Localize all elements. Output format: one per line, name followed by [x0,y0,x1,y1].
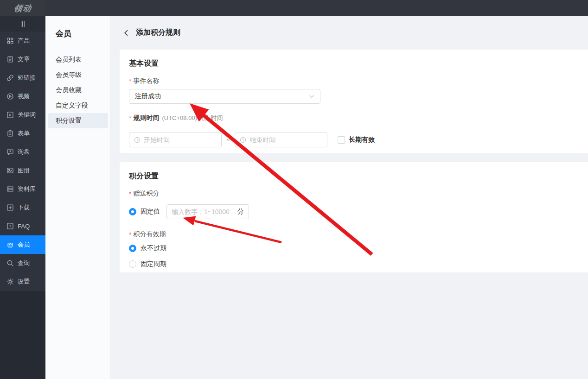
submenu-item-custom-fields[interactable]: 自定义字段 [48,98,108,113]
fixed-value-row: 固定值 分 [129,204,579,219]
submenu-item-member-favorites[interactable]: 会员收藏 [48,82,108,98]
sidebar-item-search[interactable]: 查询 [0,254,45,272]
keyword-icon: K [6,111,14,119]
sidebar-item-faq[interactable]: ?FAQ [0,217,45,235]
never-expire-label: 永不过期 [141,244,166,253]
picture-icon [6,167,14,174]
fixed-period-row: 固定周期 [129,260,579,268]
chevron-down-icon [309,94,314,99]
start-time-input[interactable] [129,133,222,147]
submenu-item-member-list[interactable]: 会员列表 [48,52,108,67]
event-name-label: * 事件名称 [129,77,579,85]
article-icon [6,56,14,63]
submenu-title: 会员 [45,16,110,44]
download-icon [6,204,14,211]
library-icon [6,185,14,193]
sidebar-item-forms[interactable]: 表单 [0,124,45,143]
end-time-field[interactable] [249,136,322,144]
sidebar-item-videos[interactable]: 视频 [0,87,45,106]
points-settings-card: 积分设置 * 赠送积分 固定值 分 * 积分有效期 永不过期 固定周期 [120,162,588,272]
sidebar-item-label: 会员 [18,240,30,249]
sidebar-item-settings[interactable]: 设置 [0,272,45,291]
page-header: 添加积分规则 [122,28,180,38]
clock-icon [134,137,141,143]
event-name-select[interactable]: 注册成功 [129,89,320,104]
sidebar-item-label: 关键词 [18,111,36,119]
submenu-item-points-settings[interactable]: 积分设置 [48,113,108,128]
sidebar-item-label: 图册 [18,166,30,175]
question-icon: ? [6,222,14,230]
gear-icon [6,278,14,285]
give-points-label: * 赠送积分 [129,190,579,198]
points-unit: 分 [235,208,244,216]
required-asterisk: * [129,190,131,197]
sidebar-item-label: FAQ [18,223,30,230]
top-bar: 领动 [0,0,588,16]
main-content: 添加积分规则 基本设置 * 事件名称 注册成功 * 规则时间 (UTC+08:0… [111,16,588,379]
long-term-checkbox[interactable] [338,136,345,144]
rule-time-label: * 规则时间 (UTC+08:00) 北京时间 [129,114,579,122]
inquiry-icon: ¥ [6,148,14,156]
sidebar-item-label: 视频 [18,92,30,101]
app-logo: 领动 [0,0,45,16]
sidebar-item-label: 表单 [18,129,30,138]
clipboard-icon [6,130,14,137]
event-name-value: 注册成功 [135,92,161,101]
svg-text:?: ? [9,224,12,228]
logo-text: 领动 [13,3,32,14]
fixed-period-radio[interactable] [129,260,136,268]
points-amount-field[interactable] [172,208,235,215]
sidebar-item-library[interactable]: 资料库 [0,180,45,198]
sidebar-item-shortlinks[interactable]: 短链接 [0,69,45,87]
sidebar-item-albums[interactable]: 图册 [0,161,45,180]
end-time-input[interactable] [235,133,327,147]
points-amount-input[interactable]: 分 [166,204,249,219]
sidebar-item-articles[interactable]: 文章 [0,50,45,69]
sidebar-item-downloads[interactable]: 下载 [0,198,45,217]
rule-time-row: ~ 长期有效 [129,133,579,147]
never-expire-radio[interactable] [129,245,136,252]
fixed-value-label: 固定值 [141,208,160,216]
sidebar-item-label: 询盘 [18,148,30,156]
sidebar-item-label: 查询 [18,259,30,267]
page-title: 添加积分规则 [136,28,180,38]
required-asterisk: * [129,77,131,85]
sidebar-item-inquiries[interactable]: ¥询盘 [0,143,45,161]
required-asterisk: * [129,231,131,238]
back-button[interactable] [122,29,130,37]
sidebar-item-label: 文章 [18,55,30,63]
long-term-checkbox-group[interactable]: 长期有效 [338,136,375,144]
basic-card-title: 基本设置 [129,59,579,69]
link-icon [6,74,14,82]
fixed-value-radio[interactable] [129,208,136,215]
submenu-list: 会员列表会员等级会员收藏自定义字段积分设置 [45,44,110,128]
long-term-label: 长期有效 [349,136,375,144]
svg-text:¥: ¥ [9,150,11,153]
points-card-title: 积分设置 [129,171,579,181]
svg-text:K: K [9,113,12,117]
main-sidebar: 产品文章短链接视频K关键词表单¥询盘图册资料库下载?FAQ会员查询设置 [0,16,45,379]
start-time-field[interactable] [144,136,217,144]
sidebar-item-label: 设置 [18,278,30,286]
validity-label: * 积分有效期 [129,230,579,239]
fixed-period-label: 固定周期 [141,260,166,268]
sidebar-nav-list: 产品文章短链接视频K关键词表单¥询盘图册资料库下载?FAQ会员查询设置 [0,32,45,291]
grid-icon [6,37,14,44]
timezone-hint: (UTC+08:00) 北京时间 [162,114,223,122]
collapse-icon [21,21,22,27]
submenu-item-member-levels[interactable]: 会员等级 [48,67,108,82]
sidebar-item-keywords[interactable]: K关键词 [0,106,45,124]
search-icon [6,259,14,267]
sidebar-item-label: 产品 [18,37,30,45]
play-icon [6,93,14,100]
range-separator: ~ [226,136,230,144]
basic-settings-card: 基本设置 * 事件名称 注册成功 * 规则时间 (UTC+08:00) 北京时间… [120,50,588,153]
sidebar-item-members[interactable]: 会员 [0,235,45,254]
never-expire-row: 永不过期 [129,244,579,253]
sidebar-item-products[interactable]: 产品 [0,32,45,50]
sidebar-item-label: 资料库 [18,185,36,193]
crown-icon [6,241,14,248]
member-submenu: 会员 会员列表会员等级会员收藏自定义字段积分设置 [45,16,110,379]
sidebar-collapse-toggle[interactable] [0,16,45,32]
sidebar-item-label: 下载 [18,203,30,212]
